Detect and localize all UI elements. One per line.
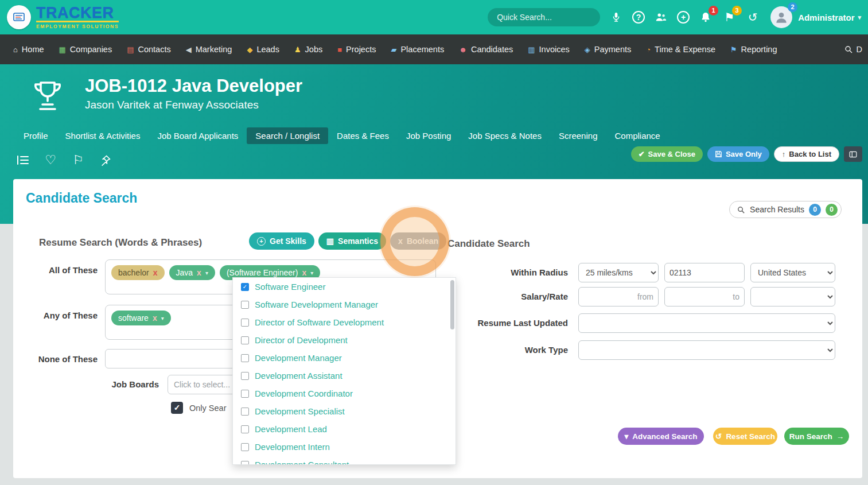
tab-search-longlist[interactable]: Search / Longlist <box>247 127 328 144</box>
tab-dates-fees[interactable]: Dates & Fees <box>328 127 398 144</box>
get-skills-button[interactable]: + Get Skills <box>249 232 314 250</box>
tab-compliance[interactable]: Compliance <box>606 127 668 144</box>
suggestion-item[interactable]: Development Lead <box>233 420 456 438</box>
layout-toggle-button[interactable] <box>844 146 862 162</box>
save-only-button[interactable]: Save Only <box>707 146 769 162</box>
checkbox[interactable] <box>241 301 249 309</box>
checkbox[interactable] <box>241 461 249 465</box>
help-icon[interactable]: ? <box>632 11 645 24</box>
user-menu[interactable]: Administrator ▾ <box>798 13 861 22</box>
flag-record-icon[interactable]: ⚐ <box>71 153 85 167</box>
remove-tag-icon[interactable]: x <box>197 268 201 277</box>
work-type-select[interactable] <box>578 340 835 360</box>
quick-search-input[interactable] <box>488 8 600 26</box>
tab-job-specs-notes[interactable]: Job Specs & Notes <box>460 127 550 144</box>
suggestion-item[interactable]: Development Specialist <box>233 402 456 420</box>
suggestion-item[interactable]: Development Intern <box>233 438 456 456</box>
user-avatar[interactable]: 2 <box>770 6 792 28</box>
salary-to-input[interactable] <box>664 287 745 306</box>
back-to-list-button[interactable]: ↑ Back to List <box>774 146 839 162</box>
checkbox[interactable] <box>241 425 249 433</box>
zip-input[interactable] <box>664 263 745 282</box>
salary-rate-label: Salary/Rate <box>453 292 568 301</box>
suggestion-item[interactable]: Development Consultant <box>233 456 456 465</box>
record-toolbar: ♡ ⚐ <box>16 153 112 167</box>
nav-placements[interactable]: ▰Placements <box>383 34 451 64</box>
within-radius-label: Within Radius <box>453 267 568 277</box>
nav-companies[interactable]: ▦Companies <box>52 34 120 64</box>
tag-dropdown-icon[interactable]: ▾ <box>161 315 164 321</box>
suggestion-item[interactable]: Software Development Manager <box>233 296 456 313</box>
tag-software[interactable]: software x ▾ <box>111 311 171 325</box>
tab-job-posting[interactable]: Job Posting <box>398 127 460 144</box>
suggestion-item[interactable]: Development Manager <box>233 349 456 367</box>
tag-dropdown-icon[interactable]: ▾ <box>310 270 313 276</box>
radius-select[interactable]: 25 miles/kms <box>578 263 659 282</box>
country-select[interactable]: United States <box>750 263 835 282</box>
job-tabs: Profile Shortlist & Activities Job Board… <box>15 127 669 144</box>
add-icon[interactable]: + <box>677 11 690 24</box>
nav-label: Reporting <box>741 45 777 54</box>
nav-invoices[interactable]: ▥Invoices <box>520 34 577 64</box>
resume-last-updated-select[interactable] <box>578 313 835 333</box>
checkbox[interactable] <box>241 408 249 416</box>
search-results-button[interactable]: Search Results 0 0 <box>729 201 842 218</box>
pin-icon[interactable] <box>99 153 112 167</box>
run-search-button[interactable]: Run Search → <box>784 428 849 445</box>
checkbox-checked[interactable]: ✓ <box>241 283 249 291</box>
remove-tag-icon[interactable]: x <box>302 268 306 277</box>
checkbox[interactable] <box>241 372 249 380</box>
work-type-label: Work Type <box>453 345 568 355</box>
nav-home[interactable]: ⌂Home <box>6 34 52 64</box>
checkbox[interactable] <box>241 390 249 398</box>
checkbox[interactable] <box>241 319 249 327</box>
salary-period-select[interactable] <box>750 287 835 306</box>
tag-java[interactable]: Java x ▾ <box>169 265 215 280</box>
nav-search[interactable]: D <box>844 45 862 54</box>
suggestion-item[interactable]: Development Assistant <box>233 367 456 385</box>
dropdown-scrollbar[interactable] <box>450 280 454 329</box>
checkbox[interactable] <box>241 336 249 344</box>
notifications-icon[interactable]: 1 <box>698 10 713 25</box>
app-logo[interactable]: TRACKER EMPLOYMENT SOLUTIONS <box>7 5 119 29</box>
conversations-icon[interactable] <box>653 10 668 25</box>
remove-tag-icon[interactable]: x <box>153 268 158 277</box>
flags-icon[interactable]: ⚑ 3 <box>722 10 737 25</box>
only-search-checkbox[interactable]: ✓ <box>171 402 183 414</box>
salary-from-input[interactable] <box>578 287 659 306</box>
nav-projects[interactable]: ■Projects <box>330 34 383 64</box>
suggestion-item[interactable]: Development Coordinator <box>233 385 456 402</box>
tag-text: software <box>118 313 149 323</box>
boolean-button[interactable]: x Boolean <box>390 232 446 250</box>
nav-leads[interactable]: ◆Leads <box>239 34 287 64</box>
checkbox[interactable] <box>241 443 249 451</box>
nav-marketing[interactable]: ◀Marketing <box>178 34 240 64</box>
tab-shortlist-activities[interactable]: Shortlist & Activities <box>57 127 149 144</box>
nav-reporting[interactable]: ⚑Reporting <box>723 34 785 64</box>
tab-profile[interactable]: Profile <box>15 127 57 144</box>
suggestion-item[interactable]: Director of Development <box>233 331 456 349</box>
nav-time-expense[interactable]: ◔Time & Expense <box>639 34 723 64</box>
nav-contacts[interactable]: ▤Contacts <box>119 34 178 64</box>
tab-screening[interactable]: Screening <box>550 127 606 144</box>
tag-dropdown-icon[interactable]: ▾ <box>205 270 208 276</box>
nav-jobs[interactable]: ♟Jobs <box>287 34 330 64</box>
remove-tag-icon[interactable]: x <box>153 313 157 323</box>
tab-job-board-applicants[interactable]: Job Board Applicants <box>149 127 247 144</box>
suggestion-item[interactable]: ✓Software Engineer <box>233 278 456 296</box>
nav-candidates[interactable]: ☻Candidates <box>451 34 520 64</box>
tag-bachelor[interactable]: bachelor x <box>111 265 165 280</box>
outdent-icon[interactable] <box>16 153 30 167</box>
nav-payments[interactable]: ◈Payments <box>577 34 639 64</box>
history-icon[interactable]: ↺ <box>745 10 760 25</box>
reset-search-button[interactable]: ↺ Reset Search <box>713 428 777 445</box>
microphone-icon[interactable] <box>609 10 624 25</box>
semantics-button[interactable]: ▥ Semantics <box>318 232 386 250</box>
advanced-search-button[interactable]: ▾ Advanced Search <box>618 428 704 445</box>
checkbox[interactable] <box>241 354 249 362</box>
candidates-icon: ☻ <box>459 46 467 53</box>
suggestion-item[interactable]: Director of Software Development <box>233 313 456 331</box>
favorite-heart-icon[interactable]: ♡ <box>44 153 57 167</box>
save-close-button[interactable]: ✔ Save & Close <box>631 146 703 162</box>
job-title: JOB-1012 Java Developer <box>85 76 302 96</box>
